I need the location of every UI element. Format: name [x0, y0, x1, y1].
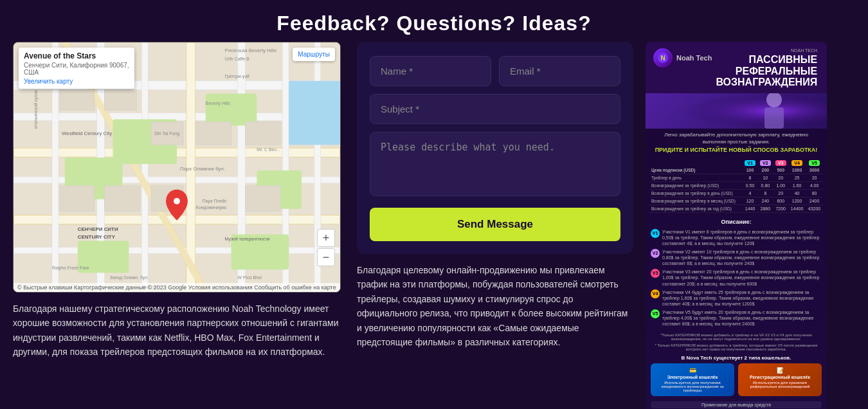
map-enlarge-link[interactable]: Увеличить карту — [24, 78, 129, 85]
table-cell: 200 — [757, 167, 773, 174]
table-cell: 1.60 — [788, 182, 806, 190]
wallet-row: 💳 Электронный кошелёк Используется для п… — [651, 363, 822, 396]
form-name-email-row — [370, 56, 620, 86]
map-zoom-in-button[interactable]: + — [317, 229, 335, 247]
wallet-section-title: В Nova Tech существует 2 типа кошельков. — [651, 355, 822, 361]
map-zoom-controls: + − — [317, 229, 335, 266]
header-section: Feedback? Questions? Ideas? — [0, 0, 868, 42]
svg-rect-23 — [60, 90, 95, 111]
table-cell: Вознаграждение за трейлер за год (USD) — [649, 205, 743, 213]
desc-text: Участники V2 имеют 10 трейлеров в день с… — [662, 249, 822, 266]
ad-brand-name: Noah Tech — [676, 54, 712, 62]
name-input[interactable] — [370, 56, 491, 86]
table-header-v3: V3 — [773, 159, 788, 167]
map-directions-button[interactable]: Маршруты — [293, 48, 335, 61]
table-cell: 4 — [743, 190, 758, 197]
table-cell: 20 — [806, 174, 823, 182]
ad-header: N Noah Tech NOAH TECH ПАССИВНЫЕ РЕФЕРАЛЬ… — [646, 42, 827, 93]
table-header-v4: V4 — [788, 159, 806, 167]
svg-rect-27 — [245, 122, 280, 145]
left-column: Westfield Century City Din Tai Fung Beve… — [0, 42, 347, 409]
ad-pricing-table: V1 V2 V3 V4 V5 Цена подписки (USD)100200… — [649, 159, 823, 213]
email-input[interactable] — [499, 56, 620, 86]
table-header-v1: V1 — [743, 159, 758, 167]
wallet-electronic-label: Электронный кошелёк — [655, 375, 730, 379]
table-cell: 8 — [743, 174, 758, 182]
svg-rect-55 — [646, 93, 827, 129]
table-cell: 4.00 — [806, 182, 823, 190]
svg-text:Ralphs Fresh Fare: Ralphs Fresh Fare — [52, 266, 89, 271]
svg-text:Westfield Century City: Westfield Century City — [62, 131, 112, 136]
table-cell: 240 — [757, 197, 773, 205]
svg-rect-31 — [245, 186, 280, 212]
map-zoom-out-button[interactable]: − — [317, 248, 335, 266]
ad-header-inner: N Noah Tech NOAH TECH ПАССИВНЫЕ РЕФЕРАЛЬ… — [653, 48, 817, 88]
left-text: Благодаря нашему стратегическому располо… — [13, 302, 341, 359]
ad-subtitle: Легко зарабатывайте дополнительную зарпл… — [646, 129, 827, 147]
svg-rect-22 — [289, 81, 340, 145]
desc-badge: V2 — [651, 249, 660, 258]
table-cell: Вознаграждение за трейлер в день (USD) — [649, 190, 743, 197]
map-footer: © Быстрые клавиши Картографические данны… — [14, 283, 340, 292]
table-header-v5: V5 — [806, 159, 823, 167]
ad-description-section: Описание: V1Участники V1 имеют 8 трейлер… — [646, 215, 827, 332]
svg-rect-24 — [105, 90, 137, 111]
ad-trailers-note2: * Только КАТЕРЛЯКОВ можно добавлять в тр… — [646, 342, 827, 352]
svg-point-49 — [174, 198, 180, 204]
wallet-electronic-box: 💳 Электронный кошелёк Используется для п… — [651, 363, 734, 396]
table-cell: 100 — [743, 167, 758, 174]
svg-rect-28 — [60, 186, 95, 212]
desc-item: V3Участники V3 имеют 20 трейлеров в день… — [651, 269, 822, 286]
desc-badge: V3 — [651, 269, 660, 278]
subject-input[interactable] — [370, 94, 620, 124]
map-footer-text: © Быстрые клавиши Картографические данны… — [17, 284, 336, 291]
center-text: Благодаря целевому онлайн-продвижению мы… — [357, 263, 633, 349]
ad-person-svg — [646, 93, 827, 129]
ad-description-items: V1Участники V1 имеют 8 трейлеров в день … — [651, 229, 822, 327]
table-cell: 20 — [773, 190, 788, 197]
desc-text: Участники V5 будут иметь 20 трейлеров в … — [662, 309, 822, 327]
svg-text:Mr. C Bev...: Mr. C Bev... — [257, 147, 280, 152]
noah-tech-logo-icon: N — [657, 52, 669, 64]
ad-cta: ПРИДИТЕ И ИСПЫТАЙТЕ НОВЫЙ СПОСОБ ЗАРАБОТ… — [646, 147, 827, 157]
contact-form: Send Message — [357, 42, 633, 254]
svg-text:Парк Плейс: Парк Плейс — [203, 199, 228, 204]
message-textarea[interactable] — [370, 132, 620, 196]
table-header-v2: V2 — [757, 159, 773, 167]
table-cell: 80 — [806, 190, 823, 197]
desc-badge: V5 — [651, 309, 660, 318]
note-label: Примечание для вывода средств — [651, 401, 822, 408]
ad-panel: N Noah Tech NOAH TECH ПАССИВНЫЕ РЕФЕРАЛЬ… — [646, 42, 827, 409]
page-wrapper: Feedback? Questions? Ideas? — [0, 0, 868, 409]
ad-description-title: Описание: — [651, 218, 822, 226]
table-cell: 43200 — [806, 205, 823, 213]
center-column: Send Message Благодаря целевому онлайн-п… — [347, 42, 643, 409]
desc-item: V4Участники V4 будут иметь 25 трейлеров … — [651, 289, 822, 307]
table-cell: 14400 — [788, 205, 806, 213]
right-column: N Noah Tech NOAH TECH ПАССИВНЫЕ РЕФЕРАЛЬ… — [643, 42, 829, 409]
send-button[interactable]: Send Message — [370, 208, 620, 241]
table-cell: 1.00 — [773, 182, 788, 190]
svg-text:Urth Caffe B: Urth Caffe B — [225, 57, 249, 61]
ad-logo-icon: N — [653, 48, 673, 68]
desc-text: Участники V3 имеют 20 трейлеров в день с… — [662, 269, 822, 286]
table-cell: 1000 — [788, 167, 806, 174]
map-location-name: Avenue of the Stars — [24, 51, 129, 60]
table-cell: 120 — [743, 197, 758, 205]
svg-rect-29 — [105, 186, 140, 212]
svg-text:N: N — [660, 55, 665, 62]
wallet-registration-label: Регистрационный кошелёк — [742, 375, 818, 379]
svg-rect-26 — [196, 122, 231, 145]
table-cell: 2880 — [757, 205, 773, 213]
map-container[interactable]: Westfield Century City Din Tai Fung Beve… — [13, 42, 341, 293]
table-cell: 600 — [773, 197, 788, 205]
ad-table-wrap: V1 V2 V3 V4 V5 Цена подписки (USD)100200… — [646, 157, 827, 215]
table-cell: 2400 — [806, 197, 823, 205]
svg-rect-17 — [206, 94, 257, 126]
svg-rect-6 — [14, 247, 339, 253]
desc-item: V1Участники V1 имеют 8 трейлеров в день … — [651, 229, 822, 246]
table-cell: 0.80 — [757, 182, 773, 190]
ad-person-image-area — [646, 93, 827, 129]
desc-item: V2Участники V2 имеют 10 трейлеров в день… — [651, 249, 822, 266]
table-cell: Вознаграждение за трейлер (USD) — [649, 182, 743, 190]
